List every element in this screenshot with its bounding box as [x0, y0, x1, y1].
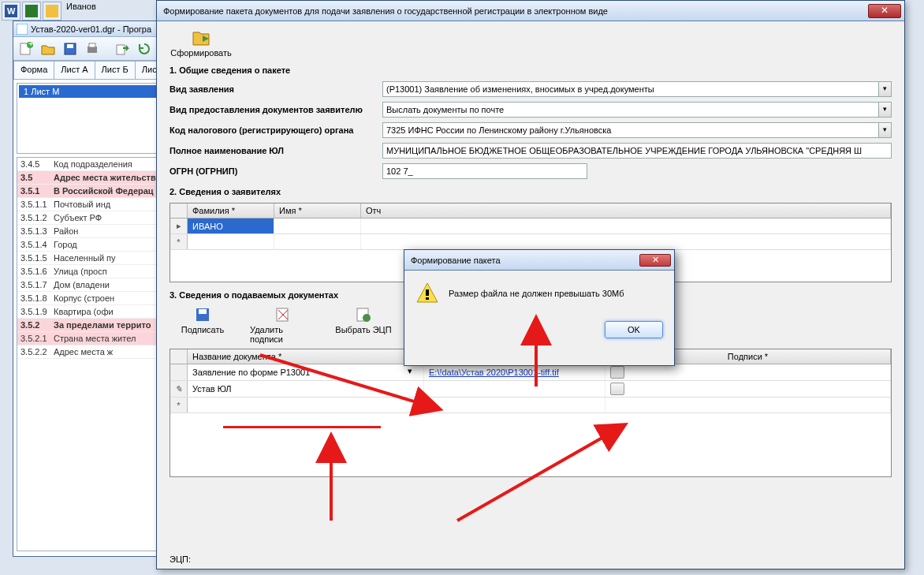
field-type-select[interactable]: (Р13001) Заявление об изменениях, вносим… [382, 81, 892, 97]
tab-lista[interactable]: Лист А [54, 61, 95, 79]
field-delivery-label: Вид предоставления документов заявителю [170, 105, 382, 114]
delete-sign-label: Удалить подписи [250, 325, 316, 344]
svg-rect-20 [426, 297, 429, 300]
ok-button[interactable]: OK [605, 321, 663, 338]
field-ogrn-label: ОГРН (ОГРНИП) [170, 166, 382, 176]
select-ecp-button[interactable]: Выбрать ЭЦП [330, 306, 397, 344]
col-surname: Фамилия * [188, 203, 274, 218]
svg-rect-19 [426, 289, 429, 296]
field-ogrn-input[interactable]: 102 7_ [382, 163, 587, 179]
cell-name[interactable] [274, 218, 361, 233]
footer-ecp-label: ЭЦП: [170, 554, 191, 564]
os-taskbar: W Иванов [2, 2, 96, 21]
modal-title: Формирование пакета документов для подач… [160, 6, 608, 16]
save-icon[interactable] [22, 2, 41, 21]
export-icon[interactable] [113, 39, 132, 58]
sign-label: Подписать [181, 325, 224, 334]
select-ecp-label: Выбрать ЭЦП [335, 325, 391, 334]
dropdown-icon[interactable]: ▾ [878, 82, 891, 96]
form-package-label: Сформировать [170, 48, 232, 58]
col-docname: Название документа * [188, 349, 424, 364]
svg-rect-3 [46, 5, 58, 17]
word-icon[interactable]: W [2, 2, 20, 21]
section2-title: 2. Сведения о заявителях [170, 187, 892, 196]
delete-sign-icon [274, 306, 292, 323]
documents-grid[interactable]: Название документа * Имя файла * Подписи… [170, 349, 892, 477]
doc-name-1[interactable]: Заявление по форме Р13001 [192, 368, 310, 377]
col-patronym: Отч [361, 203, 891, 218]
sig-button-2[interactable] [610, 383, 624, 395]
print-icon[interactable] [83, 39, 102, 58]
sig-button-1[interactable] [610, 366, 624, 379]
svg-rect-9 [67, 44, 73, 48]
field-tax-select[interactable]: 7325 ИФНС России по Ленинскому району г.… [382, 122, 892, 138]
form-package-button[interactable]: Сформировать [170, 28, 233, 58]
svg-rect-12 [117, 45, 125, 54]
sign-button[interactable]: Подписать [170, 306, 236, 344]
delete-sign-button[interactable]: Удалить подписи [250, 306, 316, 344]
doc-name-2[interactable]: Устав ЮЛ [192, 384, 232, 394]
folder-package-icon [192, 28, 211, 47]
field-tax-label: Код налогового (регистрирующего) органа [170, 125, 382, 135]
dropdown-icon[interactable]: ▾ [878, 103, 891, 117]
explorer-icon[interactable] [43, 2, 61, 21]
field-type-label: Вид заявления [170, 84, 382, 94]
tab-listb[interactable]: Лист Б [95, 61, 136, 79]
field-name-input[interactable]: МУНИЦИПАЛЬНОЕ БЮДЖЕТНОЕ ОБЩЕОБРАЗОВАТЕЛЬ… [382, 143, 892, 159]
field-name-value: МУНИЦИПАЛЬНОЕ БЮДЖЕТНОЕ ОБЩЕОБРАЗОВАТЕЛЬ… [386, 146, 862, 155]
warning-dialog-title: Формирование пакета [408, 256, 501, 265]
svg-point-18 [363, 314, 371, 322]
dropdown-icon[interactable]: ▾ [878, 123, 891, 137]
warning-dialog: Формирование пакета ✕ Размер файла не до… [404, 249, 675, 366]
svg-rect-11 [89, 43, 95, 47]
save-disk-icon[interactable] [61, 39, 80, 58]
tab-forma[interactable]: Форма [13, 61, 54, 79]
bg-secondary-title: Иванов [66, 2, 96, 21]
svg-text:+: + [28, 42, 33, 48]
sign-icon [194, 306, 211, 323]
cell-surname[interactable]: ИВАНО [188, 218, 274, 233]
warning-close-button[interactable]: ✕ [639, 254, 671, 267]
col-name: Имя * [274, 203, 361, 218]
warning-icon [415, 282, 439, 305]
warning-dialog-titlebar: Формирование пакета ✕ [404, 250, 674, 271]
bg-title-text: Устав-2020-ver01.dgr - Програ [31, 24, 151, 34]
field-name-label: Полное наименование ЮЛ [170, 146, 382, 155]
field-delivery-value: Выслать документы по почте [386, 105, 504, 114]
svg-rect-4 [17, 24, 28, 35]
modal-titlebar: Формирование пакета документов для подач… [157, 1, 904, 21]
field-ogrn-value: 102 7_ [386, 166, 413, 176]
file-link-1[interactable]: E:\!data\Устав 2020\P13001-tiff.tif [429, 368, 559, 377]
new-icon[interactable]: + [17, 39, 35, 58]
close-button[interactable]: ✕ [868, 4, 901, 18]
field-type-value: (Р13001) Заявление об изменениях, вносим… [386, 84, 654, 94]
field-tax-value: 7325 ИФНС России по Ленинскому району г.… [386, 125, 611, 135]
svg-rect-2 [25, 5, 38, 17]
svg-rect-15 [199, 309, 207, 314]
refresh-icon[interactable] [135, 39, 154, 58]
svg-text:W: W [7, 6, 16, 16]
document-icon [17, 24, 28, 35]
section1-title: 1. Общие сведения о пакете [170, 65, 892, 75]
dropdown-icon[interactable]: ▾ [408, 366, 419, 379]
open-icon[interactable] [39, 39, 58, 58]
select-ecp-icon [355, 306, 372, 323]
field-delivery-select[interactable]: Выслать документы по почте ▾ [382, 102, 892, 118]
warning-message: Размер файла не должен превышать 30Мб [449, 289, 624, 298]
